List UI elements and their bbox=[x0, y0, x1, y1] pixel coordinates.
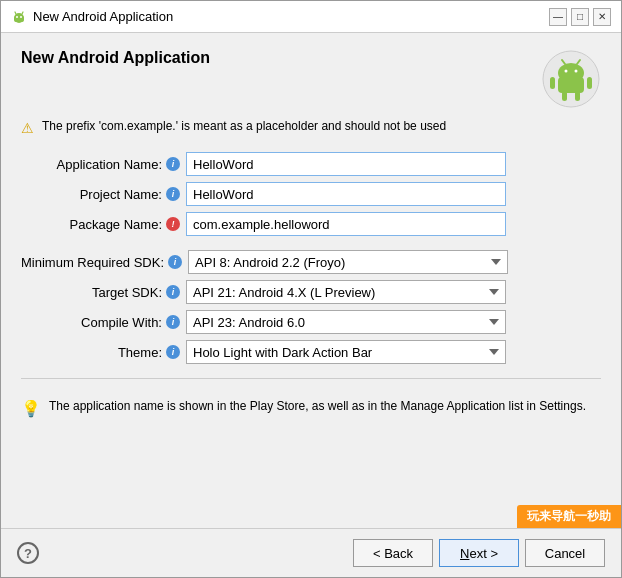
svg-line-5 bbox=[22, 12, 23, 14]
section-divider bbox=[21, 378, 601, 379]
main-content: New Android Application bbox=[1, 33, 621, 528]
dialog-window: New Android Application — □ ✕ New Androi… bbox=[0, 0, 622, 578]
svg-line-4 bbox=[15, 12, 16, 14]
watermark: 玩来导航一秒助 bbox=[517, 505, 621, 528]
info-text: The application name is shown in the Pla… bbox=[49, 397, 586, 415]
min-sdk-info-icon[interactable]: i bbox=[168, 255, 182, 269]
next-button[interactable]: Next > bbox=[439, 539, 519, 567]
project-name-input[interactable] bbox=[186, 182, 506, 206]
warning-banner: ⚠ The prefix 'com.example.' is meant as … bbox=[21, 119, 601, 136]
app-name-label: Application Name: i bbox=[21, 157, 186, 172]
min-sdk-label: Minimum Required SDK: i bbox=[21, 255, 188, 270]
project-name-row: Project Name: i bbox=[21, 182, 601, 206]
page-header: New Android Application bbox=[21, 49, 601, 109]
page-title: New Android Application bbox=[21, 49, 210, 67]
svg-rect-16 bbox=[575, 91, 580, 101]
title-bar: New Android Application — □ ✕ bbox=[1, 1, 621, 33]
package-name-row: Package Name: ! bbox=[21, 212, 601, 236]
info-section: 💡 The application name is shown in the P… bbox=[21, 391, 601, 424]
back-button[interactable]: < Back bbox=[353, 539, 433, 567]
svg-point-9 bbox=[565, 70, 568, 73]
min-sdk-select[interactable]: API 8: Android 2.2 (Froyo) bbox=[188, 250, 508, 274]
svg-rect-15 bbox=[562, 91, 567, 101]
min-sdk-row: Minimum Required SDK: i API 8: Android 2… bbox=[21, 250, 601, 274]
maximize-button[interactable]: □ bbox=[571, 8, 589, 26]
app-name-row: Application Name: i bbox=[21, 152, 601, 176]
title-bar-controls: — □ ✕ bbox=[549, 8, 611, 26]
target-sdk-label: Target SDK: i bbox=[21, 285, 186, 300]
minimize-button[interactable]: — bbox=[549, 8, 567, 26]
compile-info-icon[interactable]: i bbox=[166, 315, 180, 329]
title-bar-text: New Android Application bbox=[33, 9, 543, 24]
app-name-input[interactable] bbox=[186, 152, 506, 176]
footer: ? < Back Next > Cancel bbox=[1, 528, 621, 577]
theme-select[interactable]: Holo Light with Dark Action Bar bbox=[186, 340, 506, 364]
target-sdk-select[interactable]: API 21: Android 4.X (L Preview) bbox=[186, 280, 506, 304]
project-name-info-icon[interactable]: i bbox=[166, 187, 180, 201]
title-icon bbox=[11, 9, 27, 25]
svg-rect-13 bbox=[550, 77, 555, 89]
warning-icon: ⚠ bbox=[21, 120, 34, 136]
theme-row: Theme: i Holo Light with Dark Action Bar bbox=[21, 340, 601, 364]
form-section: Application Name: i Project Name: i Pack… bbox=[21, 152, 601, 236]
package-name-info-icon[interactable]: ! bbox=[166, 217, 180, 231]
svg-point-10 bbox=[575, 70, 578, 73]
app-name-info-icon[interactable]: i bbox=[166, 157, 180, 171]
warning-text: The prefix 'com.example.' is meant as a … bbox=[42, 119, 446, 133]
svg-rect-1 bbox=[14, 16, 24, 22]
compile-label: Compile With: i bbox=[21, 315, 186, 330]
bulb-icon: 💡 bbox=[21, 399, 41, 418]
svg-point-3 bbox=[20, 16, 22, 18]
dropdowns-section: Minimum Required SDK: i API 8: Android 2… bbox=[21, 250, 601, 364]
svg-rect-14 bbox=[587, 77, 592, 89]
cancel-button[interactable]: Cancel bbox=[525, 539, 605, 567]
close-button[interactable]: ✕ bbox=[593, 8, 611, 26]
target-sdk-row: Target SDK: i API 21: Android 4.X (L Pre… bbox=[21, 280, 601, 304]
compile-row: Compile With: i API 23: Android 6.0 bbox=[21, 310, 601, 334]
android-logo bbox=[541, 49, 601, 109]
theme-info-icon[interactable]: i bbox=[166, 345, 180, 359]
svg-point-2 bbox=[16, 16, 18, 18]
svg-rect-8 bbox=[558, 77, 584, 93]
package-name-input[interactable] bbox=[186, 212, 506, 236]
theme-label: Theme: i bbox=[21, 345, 186, 360]
project-name-label: Project Name: i bbox=[21, 187, 186, 202]
target-sdk-info-icon[interactable]: i bbox=[166, 285, 180, 299]
compile-select[interactable]: API 23: Android 6.0 bbox=[186, 310, 506, 334]
help-button[interactable]: ? bbox=[17, 542, 39, 564]
package-name-label: Package Name: ! bbox=[21, 217, 186, 232]
